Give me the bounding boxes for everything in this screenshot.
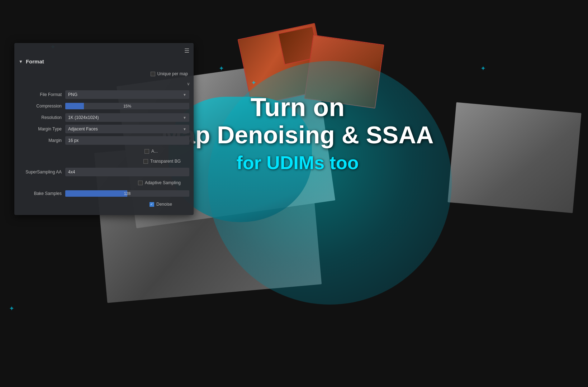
panel-top-bar: ☰ <box>14 47 194 57</box>
supersampling-aa-label: SuperSampling AA <box>19 169 65 175</box>
row-supersampling-aa: SuperSampling AA 4x4 <box>14 166 194 178</box>
transparent-bg-label[interactable]: Transparent BG <box>143 159 181 164</box>
bg-card-rust2 <box>304 35 384 109</box>
compression-value: 15% <box>65 104 189 108</box>
bake-samples-label: Bake Samples <box>19 191 65 196</box>
adaptive-sampling-checkbox[interactable] <box>138 181 143 185</box>
star-deco-2: ✦ <box>251 79 256 87</box>
bake-samples-content: 128 <box>65 189 189 198</box>
denoise-label[interactable]: Denoise <box>150 202 172 207</box>
file-format-label: File Format <box>19 92 65 97</box>
row-adaptive-sampling: Adaptive Sampling <box>14 178 194 188</box>
row-unique-per-map: Unique per map <box>14 69 194 79</box>
bake-samples-track: 128 <box>65 190 189 197</box>
denoise-checkbox[interactable] <box>150 202 154 207</box>
alpha-checkbox[interactable] <box>144 149 149 154</box>
alpha-label[interactable]: A... <box>144 149 158 154</box>
row-resolution: Resolution 1K (1024x1024) ▼ <box>14 112 194 123</box>
margin-type-dropdown-arrow: ▼ <box>183 127 186 131</box>
file-format-dropdown[interactable]: PNG ▼ <box>65 90 189 99</box>
transparent-bg-checkbox[interactable] <box>143 159 148 164</box>
resolution-label: Resolution <box>19 115 65 120</box>
format-panel: ☰ ▼ Format Unique per map ∨ File Format … <box>14 43 194 215</box>
margin-content: 16 px <box>65 136 189 145</box>
resolution-dropdown[interactable]: 1K (1024x1024) ▼ <box>65 113 189 122</box>
panel-header: ▼ Format <box>14 57 194 69</box>
row-transparent-bg: Transparent BG <box>14 156 194 166</box>
compression-fill <box>65 103 84 109</box>
unique-per-map-label[interactable]: Unique per map <box>151 71 188 76</box>
resolution-dropdown-arrow: ▼ <box>183 116 186 120</box>
bake-samples-fill <box>65 190 127 197</box>
panel-title: Format <box>26 58 44 64</box>
margin-label: Margin <box>19 138 65 143</box>
adaptive-sampling-label[interactable]: Adaptive Sampling <box>138 180 181 185</box>
compression-label: Compression <box>19 104 65 109</box>
collapse-arrow-icon[interactable]: ▼ <box>19 59 23 64</box>
row-compression: Compression 15% <box>14 100 194 112</box>
margin-type-dropdown[interactable]: Adjacent Faces ▼ <box>65 125 189 133</box>
star-deco-1: ✦ <box>219 64 224 72</box>
panel-menu-icon[interactable]: ☰ <box>184 47 189 54</box>
row-bake-samples: Bake Samples 128 <box>14 188 194 199</box>
format-dropdown-arrow-extra[interactable]: ∨ <box>187 81 190 86</box>
row-denoise: Denoise <box>14 199 194 209</box>
unique-per-map-checkbox[interactable] <box>151 72 155 76</box>
compression-track: 15% <box>65 103 189 109</box>
bake-samples-slider[interactable]: 128 <box>65 189 189 198</box>
row-file-format: File Format PNG ▼ <box>14 89 194 100</box>
row-alpha: A... <box>14 146 194 156</box>
file-format-content: PNG ▼ <box>65 90 189 99</box>
margin-type-label: Margin Type <box>19 126 65 132</box>
row-margin-type: Margin Type Adjacent Faces ▼ <box>14 123 194 135</box>
compression-content: 15% <box>65 102 189 110</box>
bg-card-gray-right <box>447 102 581 213</box>
supersampling-aa-content: 4x4 <box>65 168 189 176</box>
file-format-dropdown-arrow: ▼ <box>183 93 186 97</box>
margin-value-display[interactable]: 16 px <box>65 136 189 145</box>
resolution-content: 1K (1024x1024) ▼ <box>65 113 189 122</box>
star-deco-5: ✦ <box>480 64 486 72</box>
row-dropdown-arrow: ∨ <box>14 79 194 89</box>
compression-slider[interactable]: 15% <box>65 102 189 110</box>
star-deco-3: ✦ <box>9 305 14 312</box>
supersampling-aa-dropdown[interactable]: 4x4 <box>65 168 189 176</box>
row-margin: Margin 16 px <box>14 135 194 146</box>
margin-type-content: Adjacent Faces ▼ <box>65 125 189 133</box>
